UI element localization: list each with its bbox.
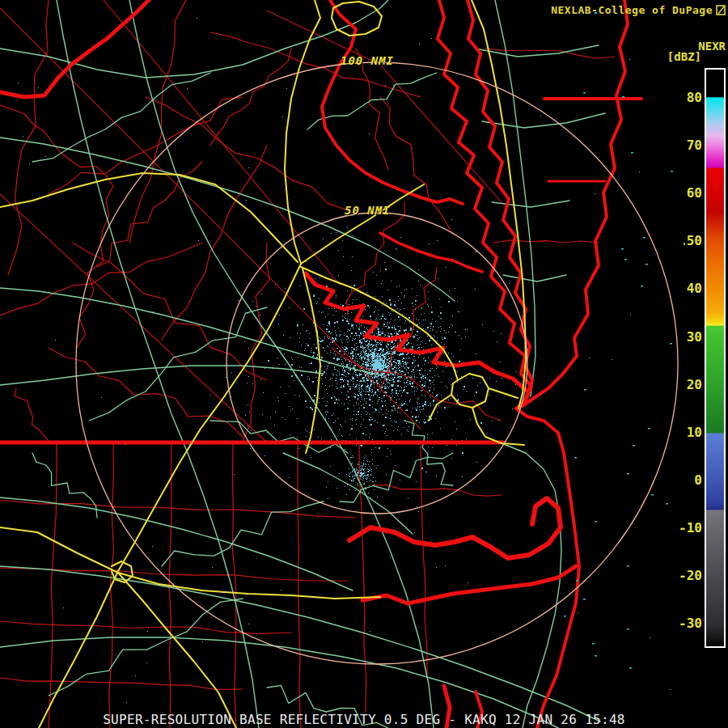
colorbar-title: NEXR	[698, 40, 726, 53]
range-ring-label-50nmi: 50 NMI	[345, 204, 391, 217]
radar-display: 100 NMI 50 NMI NEXLAB-College of DuPage …	[0, 0, 728, 728]
colorbar-tick: 30	[645, 329, 702, 345]
colorbar-tick: 70	[645, 138, 702, 154]
colorbar-tick: -10	[645, 520, 702, 536]
colorbar-tick: 0	[645, 472, 702, 489]
colorbar-tick: 60	[645, 185, 702, 201]
colorbar-tick: 40	[645, 281, 702, 297]
colorbar	[705, 68, 726, 648]
range-ring-label-100nmi: 100 NMI	[341, 54, 394, 67]
roads-layer	[0, 0, 605, 728]
colorbar-tick: 80	[645, 90, 702, 106]
colorbar-tick: 50	[645, 233, 702, 249]
colorbar-tick: -30	[645, 616, 702, 632]
cod-logo-icon	[716, 5, 726, 15]
colorbar-tick: -20	[645, 568, 702, 584]
radar-map	[0, 0, 728, 728]
colorbar-tick: 10	[645, 425, 702, 441]
status-bar: SUPER-RESOLUTION BASE REFLECTIVITY 0.5 D…	[0, 712, 728, 727]
colorbar-tick: 20	[645, 377, 702, 393]
colorbar-ticks: 80706050403020100-10-20-30	[645, 0, 702, 647]
